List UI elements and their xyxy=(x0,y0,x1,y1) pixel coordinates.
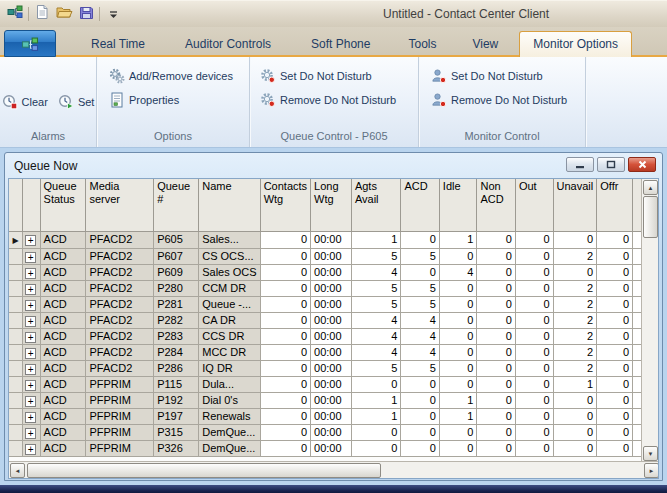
queue-now-titlebar[interactable]: Queue Now xyxy=(5,153,662,178)
cell-media-server[interactable]: PFACD2 xyxy=(86,344,154,360)
cell-queue-status[interactable]: ACD xyxy=(40,440,86,456)
cell-non-acd[interactable]: 0 xyxy=(477,408,515,424)
cell-agts-avail[interactable]: 1 xyxy=(351,392,401,408)
cell-idle[interactable]: 0 xyxy=(439,360,477,376)
cell-name[interactable]: DemQue... xyxy=(199,424,260,440)
row-selector-cell[interactable]: ▶ xyxy=(9,231,23,248)
cell-out[interactable]: 0 xyxy=(515,312,553,328)
cell-queue-number[interactable]: P115 xyxy=(154,376,199,392)
cell-offrd[interactable]: 0 xyxy=(597,392,633,408)
expand-plus-icon[interactable]: + xyxy=(25,268,36,279)
expand-cell[interactable]: + xyxy=(23,424,40,440)
cell-long-wtg[interactable]: 00:00 xyxy=(311,344,352,360)
cell-unavail[interactable]: 2 xyxy=(553,296,597,312)
column-header-long-wtg[interactable]: Long Wtg xyxy=(311,179,352,231)
cell-agts-avail[interactable]: 0 xyxy=(351,376,401,392)
expand-plus-icon[interactable]: + xyxy=(25,235,36,246)
cell-media-server[interactable]: PFACD2 xyxy=(86,360,154,376)
cell-unavail[interactable]: 2 xyxy=(553,280,597,296)
cell-offrd[interactable]: 0 xyxy=(597,360,633,376)
expand-plus-icon[interactable]: + xyxy=(25,444,36,455)
cell-acd[interactable]: 5 xyxy=(401,296,439,312)
properties-button[interactable]: Properties xyxy=(109,92,249,108)
cell-media-server[interactable]: PFACD2 xyxy=(86,296,154,312)
cell-media-server[interactable]: PFACD2 xyxy=(86,328,154,344)
cell-unavail[interactable]: 0 xyxy=(553,408,597,424)
cell-out[interactable]: 0 xyxy=(515,376,553,392)
scroll-down-button[interactable]: ▼ xyxy=(643,446,658,461)
cell-offrd[interactable]: 0 xyxy=(597,344,633,360)
cell-agts-avail[interactable]: 4 xyxy=(351,312,401,328)
row-selector-cell[interactable] xyxy=(9,376,23,392)
scroll-up-button[interactable]: ▲ xyxy=(643,180,658,195)
cell-idle[interactable]: 0 xyxy=(439,312,477,328)
cell-contacts-wtg[interactable]: 0 xyxy=(260,264,310,280)
expand-cell[interactable]: + xyxy=(23,231,40,248)
cell-long-wtg[interactable]: 00:00 xyxy=(311,296,352,312)
cell-queue-number[interactable]: P605 xyxy=(154,231,199,248)
cell-offrd[interactable]: 0 xyxy=(597,248,633,264)
tab-view[interactable]: View xyxy=(459,33,511,57)
cell-idle[interactable]: 0 xyxy=(439,344,477,360)
cell-out[interactable]: 0 xyxy=(515,440,553,456)
save-profile-button[interactable] xyxy=(75,4,97,24)
column-header-queue-number[interactable]: Queue # xyxy=(154,179,199,231)
cell-idle[interactable]: 0 xyxy=(439,440,477,456)
cell-idle[interactable]: 0 xyxy=(439,328,477,344)
cell-contacts-wtg[interactable]: 0 xyxy=(260,360,310,376)
cell-long-wtg[interactable]: 00:00 xyxy=(311,360,352,376)
monitor-set-dnd-button[interactable]: Set Do Not Disturb xyxy=(431,68,585,84)
close-button[interactable] xyxy=(628,157,656,172)
cell-non-acd[interactable]: 0 xyxy=(477,312,515,328)
cell-queue-number[interactable]: P281 xyxy=(154,296,199,312)
cell-queue-number[interactable]: P607 xyxy=(154,248,199,264)
cell-out[interactable]: 0 xyxy=(515,248,553,264)
column-header-contacts-wtg[interactable]: Contacts Wtg xyxy=(260,179,310,231)
cell-contacts-wtg[interactable]: 0 xyxy=(260,248,310,264)
cell-acd[interactable]: 4 xyxy=(401,344,439,360)
cell-long-wtg[interactable]: 00:00 xyxy=(311,280,352,296)
column-header-idle[interactable]: Idle xyxy=(439,179,477,231)
cell-media-server[interactable]: PFACD2 xyxy=(86,264,154,280)
expand-plus-icon[interactable]: + xyxy=(25,300,36,311)
cell-idle[interactable]: 0 xyxy=(439,376,477,392)
column-header-name[interactable]: Name xyxy=(199,179,260,231)
new-profile-button[interactable] xyxy=(31,4,53,24)
vertical-scrollbar[interactable]: ▲ ▼ xyxy=(641,179,658,462)
cell-agts-avail[interactable]: 0 xyxy=(351,440,401,456)
row-selector-cell[interactable] xyxy=(9,248,23,264)
cell-queue-number[interactable]: P326 xyxy=(154,440,199,456)
cell-idle[interactable]: 1 xyxy=(439,408,477,424)
cell-non-acd[interactable]: 0 xyxy=(477,392,515,408)
cell-media-server[interactable]: PFACD2 xyxy=(86,312,154,328)
expand-cell[interactable]: + xyxy=(23,408,40,424)
cell-queue-number[interactable]: P282 xyxy=(154,312,199,328)
tab-real-time[interactable]: Real Time xyxy=(78,33,158,57)
cell-unavail[interactable]: 0 xyxy=(553,392,597,408)
cell-queue-status[interactable]: ACD xyxy=(40,296,86,312)
cell-long-wtg[interactable]: 00:00 xyxy=(311,248,352,264)
cell-queue-status[interactable]: ACD xyxy=(40,264,86,280)
cell-name[interactable]: IQ DR xyxy=(199,360,260,376)
cell-queue-status[interactable]: ACD xyxy=(40,376,86,392)
cell-out[interactable]: 0 xyxy=(515,280,553,296)
cell-name[interactable]: DemQue... xyxy=(199,440,260,456)
cell-media-server[interactable]: PFACD2 xyxy=(86,248,154,264)
cell-media-server[interactable]: PFPRIM xyxy=(86,424,154,440)
cell-offrd[interactable]: 0 xyxy=(597,231,633,248)
row-selector-cell[interactable] xyxy=(9,440,23,456)
cell-non-acd[interactable]: 0 xyxy=(477,231,515,248)
monitor-remove-dnd-button[interactable]: Remove Do Not Disturb xyxy=(431,92,585,108)
cell-idle[interactable]: 0 xyxy=(439,280,477,296)
row-selector-cell[interactable] xyxy=(9,296,23,312)
cell-acd[interactable]: 0 xyxy=(401,376,439,392)
cell-offrd[interactable]: 0 xyxy=(597,424,633,440)
cell-name[interactable]: CA DR xyxy=(199,312,260,328)
cell-name[interactable]: MCC DR xyxy=(199,344,260,360)
cell-long-wtg[interactable]: 00:00 xyxy=(311,312,352,328)
add-remove-devices-button[interactable]: Add/Remove devices xyxy=(109,68,249,84)
scroll-left-button[interactable]: ◄ xyxy=(10,463,25,478)
cell-media-server[interactable]: PFACD2 xyxy=(86,280,154,296)
expand-plus-icon[interactable]: + xyxy=(25,252,36,263)
cell-unavail[interactable]: 2 xyxy=(553,312,597,328)
